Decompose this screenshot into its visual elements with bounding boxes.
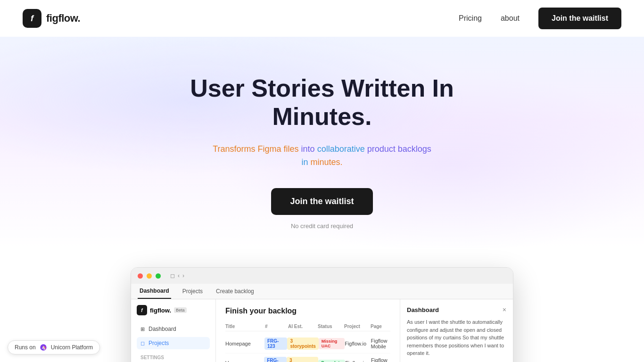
row2-project: Figflow.io bbox=[345, 360, 371, 362]
table-row: Vacancy page FRG-123 3 storypoints Compl… bbox=[225, 354, 390, 362]
tab-dashboard[interactable]: Dashboard bbox=[138, 284, 171, 299]
sidebar-item-projects[interactable]: ◻ Projects bbox=[137, 337, 210, 349]
logo-icon: f bbox=[23, 9, 41, 28]
nav-links: Pricing about Join the waitlist bbox=[459, 8, 621, 29]
browser-tabs: Dashboard Projects Create backlog bbox=[131, 284, 513, 299]
sidebar-beta-badge: Beta bbox=[174, 307, 187, 313]
row2-status: Complete bbox=[318, 360, 346, 362]
platform-label: Unicorn Platform bbox=[51, 344, 93, 351]
browser-window: ◻ ‹ › Dashboard Projects Create backlog … bbox=[131, 267, 513, 362]
main-content: Finish your backlog Title # AI Est. Stat… bbox=[216, 299, 400, 362]
col-title: Title bbox=[225, 324, 265, 329]
row1-num: FRG-123 bbox=[264, 337, 287, 350]
logo-text: figflow. bbox=[46, 12, 80, 25]
browser-controls: ◻ ‹ › bbox=[170, 272, 184, 279]
panel-close-button[interactable]: × bbox=[503, 306, 506, 313]
table-row: Homepage FRG-123 3 storypoints Missing U… bbox=[225, 334, 390, 354]
nav-about[interactable]: about bbox=[501, 14, 520, 23]
hero-cta-section: Join the waitlist No credit card require… bbox=[11, 188, 633, 230]
panel-body: As user I want the shuttle to automatica… bbox=[407, 318, 506, 357]
app-sidebar: f figflow. Beta ⊞ Dashboard ◻ Projects S… bbox=[131, 299, 216, 362]
back-chevron: › bbox=[182, 272, 184, 279]
nav-pricing[interactable]: Pricing bbox=[459, 14, 482, 23]
row1-ai: 3 storypoints bbox=[287, 337, 318, 350]
svg-text:🦄: 🦄 bbox=[41, 345, 46, 350]
sidebar-item-dashboard[interactable]: ⊞ Dashboard bbox=[137, 323, 210, 335]
settings-section-label: Settings bbox=[137, 351, 210, 361]
dot-red bbox=[138, 273, 143, 279]
row1-title: Homepage bbox=[225, 341, 264, 346]
back-icon: ◻ bbox=[170, 272, 175, 279]
runs-on-label: Runs on bbox=[15, 344, 36, 351]
forward-icon: ‹ bbox=[178, 272, 180, 279]
sidebar-logo: f figflow. Beta bbox=[137, 305, 210, 315]
main-title: Finish your backlog bbox=[225, 307, 390, 315]
dashboard-icon: ⊞ bbox=[140, 326, 145, 332]
hero-title: User Stories Written In Minutes. bbox=[11, 74, 633, 131]
browser-mockup: ◻ ‹ › Dashboard Projects Create backlog … bbox=[119, 267, 525, 362]
hero-subtitle: Transforms Figma files into collaborativ… bbox=[209, 142, 435, 170]
panel-title: Dashboard bbox=[407, 306, 439, 313]
tab-create-backlog[interactable]: Create backlog bbox=[214, 284, 256, 298]
row1-project: Figflow.io bbox=[345, 341, 371, 346]
side-panel: Dashboard × As user I want the shuttle t… bbox=[400, 299, 513, 362]
row2-title: Vacancy page bbox=[225, 360, 264, 362]
browser-content: f figflow. Beta ⊞ Dashboard ◻ Projects S… bbox=[131, 299, 513, 362]
col-project: Project bbox=[344, 324, 371, 329]
sidebar-item-dashboard-label: Dashboard bbox=[149, 326, 176, 332]
row1-status: Missing UAC bbox=[319, 338, 345, 349]
col-status: Status bbox=[318, 324, 344, 329]
projects-icon: ◻ bbox=[140, 340, 145, 346]
hero-cta-button[interactable]: Join the waitlist bbox=[271, 188, 372, 215]
hero-section: User Stories Written In Minutes. Transfo… bbox=[0, 37, 644, 248]
row2-page: Figflow Mobile bbox=[371, 357, 390, 362]
row2-num: FRG-123 bbox=[264, 357, 287, 362]
col-ai: AI Est. bbox=[288, 324, 318, 329]
unicorn-icon: 🦄 bbox=[40, 344, 47, 351]
no-cc-label: No credit card required bbox=[11, 222, 633, 230]
col-num: # bbox=[265, 324, 288, 329]
col-page: Page bbox=[371, 324, 390, 329]
sidebar-item-projects-label: Projects bbox=[149, 340, 169, 346]
browser-bar: ◻ ‹ › bbox=[131, 268, 513, 284]
bottom-bar: Runs on 🦄 Unicorn Platform bbox=[8, 340, 100, 354]
navigation: f figflow. Pricing about Join the waitli… bbox=[0, 0, 644, 37]
dot-yellow bbox=[147, 273, 152, 279]
panel-header: Dashboard × bbox=[407, 306, 506, 313]
nav-cta-button[interactable]: Join the waitlist bbox=[538, 8, 621, 29]
logo[interactable]: f figflow. bbox=[23, 9, 80, 28]
tab-projects[interactable]: Projects bbox=[181, 284, 205, 298]
sidebar-logo-icon: f bbox=[137, 305, 147, 315]
row2-ai: 3 storypoints bbox=[287, 357, 318, 362]
dot-green bbox=[156, 273, 161, 279]
sidebar-logo-text: figflow. bbox=[150, 307, 171, 314]
table-header: Title # AI Est. Status Project Page bbox=[225, 322, 390, 331]
row1-page: Figflow Mobile bbox=[371, 338, 391, 349]
